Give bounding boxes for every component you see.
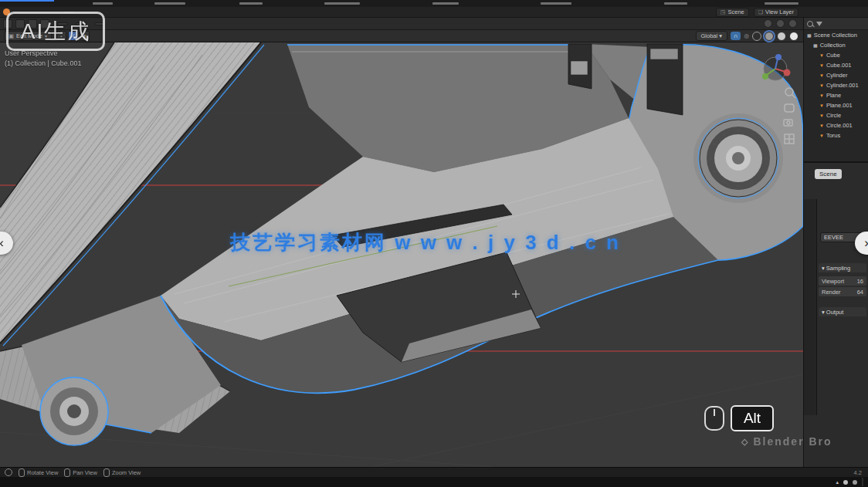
taskbar-app-icon[interactable] [137, 478, 146, 486]
outliner-item[interactable]: ▼ Cylinder [804, 70, 868, 80]
view-layer-label: View Layer [765, 8, 794, 15]
outliner-item[interactable]: ▼ Torus [804, 130, 868, 140]
key-hint-overlay: Alt [704, 405, 774, 431]
mouse-hint: Zoom View [97, 468, 141, 477]
outliner-item[interactable]: ▼ Circle [804, 110, 868, 120]
properties-panel: Scene EEVEE ▾ ▾ Sampling Viewport 16 Ren… [804, 164, 868, 467]
taskbar-app-icon[interactable] [38, 478, 46, 486]
solid-shading-icon[interactable] [765, 32, 774, 41]
workspace-tab[interactable] [107, 12, 117, 13]
object-type-icon: ▼ [819, 113, 824, 118]
taskbar-app-icon[interactable] [370, 478, 378, 486]
scene-icon: ◳ [721, 9, 726, 15]
outliner-item[interactable]: ▼ Cube.001 [804, 60, 868, 70]
output-section-header[interactable]: ▾ Output [819, 307, 866, 316]
outliner-item-label: Plane.001 [826, 102, 853, 109]
taskbar-app-icon[interactable] [171, 478, 179, 486]
taskbar-app-icon[interactable] [337, 478, 345, 486]
outliner-item-label: Cube [826, 52, 840, 59]
object-type-icon: ▼ [819, 93, 824, 98]
viewport-overlay-text: User Perspective (1) Collection | Cube.0… [5, 49, 81, 69]
properties-tab-icon[interactable] [806, 273, 814, 281]
xray-toggle-icon[interactable] [788, 19, 797, 28]
material-shading-icon[interactable] [777, 32, 786, 41]
outliner-item[interactable]: ▦ Scene Collection [804, 30, 868, 40]
wireframe-shading-icon[interactable] [752, 32, 761, 41]
outliner-item[interactable]: ▼ Cube [804, 50, 868, 60]
overlay-toggle-icon[interactable] [764, 19, 772, 28]
properties-tab-icon[interactable] [806, 204, 814, 211]
tray-volume-icon[interactable] [853, 480, 857, 485]
taskbar-app-icon[interactable] [569, 478, 578, 486]
properties-breadcrumb[interactable]: Scene [815, 169, 842, 179]
properties-tab-icon[interactable] [806, 259, 814, 267]
taskbar-app-icon[interactable] [270, 478, 279, 486]
taskbar-app-icon[interactable] [303, 478, 312, 486]
outliner-item[interactable]: ▼ Cylinder.001 [804, 80, 868, 90]
tool-right-icons [764, 19, 803, 28]
rendered-shading-icon[interactable] [789, 32, 798, 41]
property-row[interactable]: Render 64 [819, 287, 866, 296]
workspace-tab[interactable] [117, 12, 128, 13]
properties-tab-icon[interactable] [806, 370, 814, 378]
properties-tab-icon[interactable] [806, 245, 814, 253]
mouse-hint: Pan View [58, 468, 97, 477]
show-desktop-button[interactable] [862, 478, 863, 486]
scene-selector[interactable]: ◳Scene [716, 8, 749, 17]
view-layer-icon: ❏ [758, 9, 763, 15]
workspace-tab[interactable] [139, 12, 150, 13]
taskbar-app-icon[interactable] [204, 478, 212, 486]
workspace-tab[interactable] [161, 12, 171, 13]
properties-tab-icon[interactable] [806, 315, 814, 323]
gizmo-toggle-icon[interactable] [776, 19, 785, 28]
outliner-panel: ▦ Scene Collection ▦ Collection ▼ Cube ▼… [804, 18, 868, 163]
properties-tab-icon[interactable] [806, 232, 814, 239]
workspace-tab[interactable] [150, 12, 161, 13]
outliner-item[interactable]: ▦ Collection [804, 40, 868, 50]
viewport-header: ▣ Edit Mode ▾ • ／ ▮ Global ▾ ∩ ◎ [0, 30, 803, 42]
taskbar-app-icon[interactable] [503, 478, 511, 486]
taskbar-app-icon[interactable] [536, 478, 544, 486]
object-type-icon: ▼ [819, 134, 824, 138]
breadcrumb-label: Scene [819, 171, 837, 178]
taskbar-app-icon[interactable] [71, 478, 80, 486]
system-tray: ▴ [836, 478, 868, 486]
search-icon[interactable] [807, 21, 813, 27]
outliner-item[interactable]: ▼ Plane [804, 90, 868, 100]
properties-tab-icon[interactable] [806, 287, 814, 295]
taskbar-app-icon[interactable] [104, 478, 113, 486]
property-row[interactable]: Viewport 16 [819, 276, 866, 286]
taskbar-app-icon[interactable] [403, 478, 412, 486]
taskbar-app-icon[interactable] [237, 478, 246, 486]
status-bar: Rotate ViewPan ViewZoom View 4.2 [0, 467, 868, 477]
outliner-item[interactable]: ▼ Circle.001 [804, 120, 868, 130]
properties-tab-icon[interactable] [806, 301, 814, 309]
properties-tab-icon[interactable] [806, 343, 814, 350]
blender-topbar: ◳Scene ❏View Layer [0, 7, 868, 18]
mouse-button-icon [19, 468, 25, 477]
view-layer-selector[interactable]: ❏View Layer [754, 8, 798, 17]
properties-rows: Viewport 16 Render 64 [819, 275, 866, 296]
properties-tab-strip [804, 199, 817, 415]
taskbar-app-icon[interactable] [5, 478, 13, 486]
render-engine-value: EEVEE [824, 234, 843, 241]
properties-tab-icon[interactable] [806, 357, 814, 364]
workspace-tab[interactable] [128, 12, 139, 13]
properties-tab-icon[interactable] [806, 329, 814, 337]
browser-chrome-bar [0, 0, 868, 7]
filter-icon[interactable] [816, 22, 822, 26]
sampling-section-header[interactable]: ▾ Sampling [819, 263, 866, 272]
snap-magnet-icon[interactable]: ∩ [731, 32, 741, 40]
property-label: Render [822, 289, 841, 296]
windows-taskbar: ▴ [0, 477, 868, 487]
taskbar-app-icon[interactable] [602, 478, 611, 486]
tray-network-icon[interactable] [843, 480, 848, 485]
proportional-edit-icon[interactable]: ◎ [744, 32, 749, 39]
orientation-dropdown[interactable]: Global ▾ [696, 31, 728, 41]
properties-tab-icon[interactable] [806, 218, 814, 225]
tray-expand-icon[interactable]: ▴ [836, 479, 839, 485]
taskbar-app-icon[interactable] [470, 478, 478, 486]
outliner-item[interactable]: ▼ Plane.001 [804, 100, 868, 110]
taskbar-app-icon[interactable] [436, 478, 445, 486]
object-type-icon: ▦ [813, 42, 818, 48]
